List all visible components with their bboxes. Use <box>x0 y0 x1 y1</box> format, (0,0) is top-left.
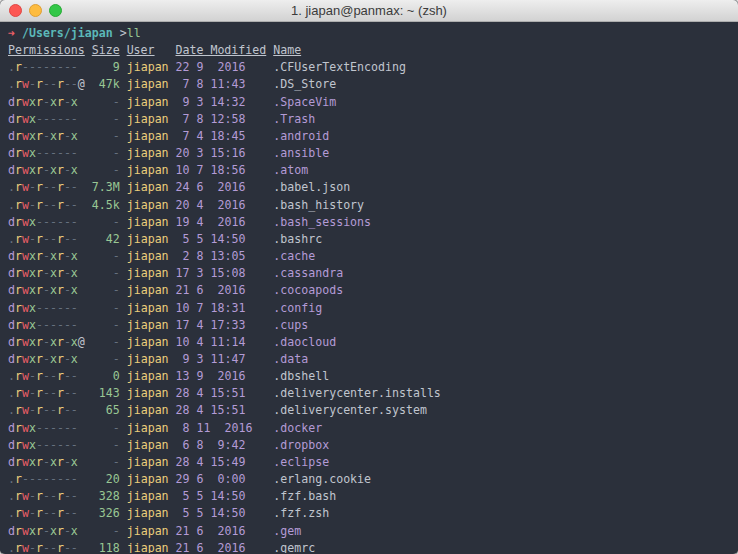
size: 42 <box>92 232 127 246</box>
size: 20 <box>92 472 127 486</box>
header-name: Name <box>273 43 301 57</box>
permissions: .r-------- <box>8 60 92 74</box>
owner: jiapan <box>127 489 176 503</box>
permissions: drwxr-xr-x <box>8 455 92 469</box>
file-name: .ansible <box>273 146 329 160</box>
file-row: .rw-r--r-- 65 jiapan 28 4 15:51 .deliver… <box>8 402 738 419</box>
size: 118 <box>92 541 127 553</box>
file-row: drwxr-xr-x - jiapan 28 4 15:49 .eclipse <box>8 454 738 471</box>
date-modified: 6 8 9:42 <box>176 438 274 452</box>
header-permissions: Permissions <box>8 43 85 57</box>
file-row: drwx------ - jiapan 8 11 2016 .docker <box>8 420 738 437</box>
owner: jiapan <box>127 283 176 297</box>
file-row: .rw-r--r-- 326 jiapan 5 5 14:50 .fzf.zsh <box>8 505 738 522</box>
owner: jiapan <box>127 318 176 332</box>
date-modified: 10 7 18:56 <box>176 163 274 177</box>
file-row: drwx------ - jiapan 10 7 18:31 .config <box>8 300 738 317</box>
size: - <box>92 249 127 263</box>
file-row: drwxr-xr-x - jiapan 17 3 15:08 .cassandr… <box>8 265 738 282</box>
terminal-screen[interactable]: ➜/Users/jiapan>ll PermissionsSizeUserDat… <box>0 22 738 553</box>
permissions: .rw-r--r-- <box>8 180 92 194</box>
permissions: .rw-r--r-- <box>8 198 92 212</box>
owner: jiapan <box>127 524 176 538</box>
date-modified: 28 4 15:51 <box>176 386 274 400</box>
size: - <box>92 421 127 435</box>
file-name: .gem <box>273 524 301 538</box>
size: 7.3M <box>92 180 127 194</box>
owner: jiapan <box>127 180 176 194</box>
permissions: drwxr-xr-x <box>8 249 92 263</box>
date-modified: 9 3 11:47 <box>176 352 274 366</box>
date-modified: 28 4 15:51 <box>176 403 274 417</box>
file-name: .bash_sessions <box>273 215 371 229</box>
owner: jiapan <box>127 95 176 109</box>
date-modified: 8 11 2016 <box>176 421 274 435</box>
owner: jiapan <box>127 421 176 435</box>
prompt-path: /Users/jiapan <box>22 26 113 40</box>
permissions: drwx------ <box>8 438 92 452</box>
permissions: .rw-r--r-- <box>8 506 92 520</box>
size: - <box>92 455 127 469</box>
file-name: .SpaceVim <box>273 95 336 109</box>
minimize-button[interactable] <box>29 4 42 17</box>
permissions: .rw-r--r--@ <box>8 77 92 91</box>
date-modified: 17 3 15:08 <box>176 266 274 280</box>
date-modified: 22 9 2016 <box>176 60 274 74</box>
size: 326 <box>92 506 127 520</box>
file-name: .erlang.cookie <box>273 472 371 486</box>
header-user: User <box>127 43 155 57</box>
size: - <box>92 215 127 229</box>
date-modified: 28 4 15:49 <box>176 455 274 469</box>
size: - <box>92 163 127 177</box>
size: - <box>92 129 127 143</box>
close-button[interactable] <box>9 4 22 17</box>
file-row: .rw-r--r-- 143 jiapan 28 4 15:51 .delive… <box>8 385 738 402</box>
date-modified: 21 6 2016 <box>176 524 274 538</box>
file-name: .deliverycenter.system <box>273 403 427 417</box>
size: - <box>92 352 127 366</box>
file-row: .rw-r--r--@ 47k jiapan 7 8 11:43 .DS_Sto… <box>8 76 738 93</box>
file-name: .bash_history <box>273 198 364 212</box>
terminal-window: 1. jiapan@panmax: ~ (zsh) ➜/Users/jiapan… <box>0 0 738 554</box>
owner: jiapan <box>127 266 176 280</box>
file-row: drwx------ - jiapan 20 3 15:16 .ansible <box>8 145 738 162</box>
permissions: .rw-r--r-- <box>8 541 92 553</box>
permissions: drwxr-xr-x <box>8 283 92 297</box>
permissions: drwx------ <box>8 421 92 435</box>
owner: jiapan <box>127 541 176 553</box>
file-row: .rw-r--r-- 118 jiapan 21 6 2016 .gemrc <box>8 540 738 553</box>
file-name: .CFUserTextEncoding <box>273 60 406 74</box>
owner: jiapan <box>127 60 176 74</box>
date-modified: 21 6 2016 <box>176 283 274 297</box>
date-modified: 13 9 2016 <box>176 369 274 383</box>
window-controls <box>9 4 62 17</box>
owner: jiapan <box>127 506 176 520</box>
size: - <box>92 95 127 109</box>
date-modified: 20 4 2016 <box>176 198 274 212</box>
owner: jiapan <box>127 146 176 160</box>
file-name: .data <box>273 352 308 366</box>
zoom-button[interactable] <box>49 4 62 17</box>
file-row: .rw-r--r-- 328 jiapan 5 5 14:50 .fzf.bas… <box>8 488 738 505</box>
title-bar[interactable]: 1. jiapan@panmax: ~ (zsh) <box>0 0 738 22</box>
owner: jiapan <box>127 386 176 400</box>
size: - <box>92 438 127 452</box>
file-row: drwxr-xr-x - jiapan 9 3 11:47 .data <box>8 351 738 368</box>
size: 9 <box>92 60 127 74</box>
permissions: .rw-r--r-- <box>8 369 92 383</box>
file-row: .rw-r--r-- 4.5k jiapan 20 4 2016 .bash_h… <box>8 197 738 214</box>
file-name: .gemrc <box>273 541 315 553</box>
owner: jiapan <box>127 369 176 383</box>
permissions: .rw-r--r-- <box>8 386 92 400</box>
file-name: .DS_Store <box>273 77 336 91</box>
owner: jiapan <box>127 335 176 349</box>
file-listing: .r-------- 9 jiapan 22 9 2016 .CFUserTex… <box>8 59 738 553</box>
owner: jiapan <box>127 438 176 452</box>
file-row: .rw-r--r-- 7.3M jiapan 24 6 2016 .babel.… <box>8 179 738 196</box>
prompt-arrow-icon: ➜ <box>8 26 15 40</box>
date-modified: 24 6 2016 <box>176 180 274 194</box>
permissions: drwxr-xr-x <box>8 163 92 177</box>
file-name: .cups <box>273 318 308 332</box>
prompt-command: ll <box>127 26 141 40</box>
file-row: .r-------- 20 jiapan 29 6 0:00 .erlang.c… <box>8 471 738 488</box>
